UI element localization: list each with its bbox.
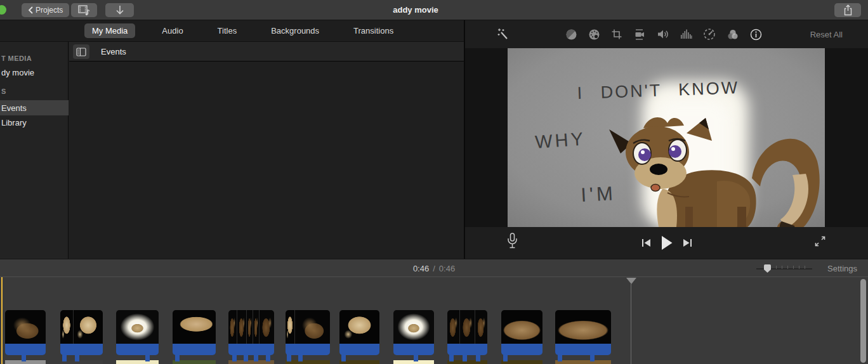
clip-connector-stem (287, 354, 291, 361)
timeline-area[interactable] (0, 277, 868, 364)
clip-connector-stem (75, 354, 79, 361)
zoom-slider-thumb[interactable] (764, 264, 771, 273)
browser-title: Events (101, 42, 126, 62)
clip-thumbnail (460, 310, 475, 344)
clip-connector-stem (62, 354, 67, 361)
enhance-wand-icon[interactable] (497, 27, 510, 40)
tab-transitions[interactable]: Transitions (346, 23, 401, 38)
clip-thumbnail (555, 310, 611, 344)
clip-audio-bar (116, 344, 159, 355)
arrow-down-icon (115, 5, 124, 15)
timeline-toolbar: 0:46 / 0:46 Settings (0, 259, 868, 277)
timeline-row2-clip[interactable] (60, 360, 103, 364)
clip-thumbnail (447, 310, 460, 344)
overlay-text-line3: I'M (581, 182, 617, 206)
clip-audio-bar (555, 344, 611, 355)
timeline-clip-11[interactable] (555, 310, 611, 355)
clip-thumbnail (74, 310, 103, 344)
timeline-clip-2[interactable] (60, 310, 103, 355)
viewer-letterbox: I DON'T KNOW WHY I'M (465, 48, 868, 227)
clip-connector-stem (298, 354, 303, 361)
fullscreen-icon[interactable] (814, 235, 826, 247)
clip-thumbnail (286, 310, 295, 344)
timeline-clip-1[interactable] (5, 310, 46, 355)
sidebar-item-library[interactable]: Library (0, 115, 69, 130)
tab-backgrounds[interactable]: Backgrounds (263, 23, 327, 38)
clip-thumbnail (116, 310, 159, 344)
timeline-zoom-slider[interactable] (756, 259, 813, 278)
timeline-clip-5[interactable] (228, 310, 274, 355)
timeline-clip-8[interactable] (393, 310, 434, 355)
viewer-controls (465, 227, 868, 259)
top-toolbar: addy movie Projects (0, 0, 868, 20)
tab-audio[interactable]: Audio (154, 23, 190, 38)
clip-thumbnail (173, 310, 216, 344)
noise-reduction-icon[interactable] (680, 29, 692, 40)
total-duration: 0:46 (439, 264, 455, 273)
color-balance-icon[interactable] (565, 29, 577, 41)
sidebar-item-events[interactable]: Events (0, 100, 69, 115)
sidebar-item-dy-movie[interactable]: dy movie (0, 65, 69, 80)
timeline-row2-clip[interactable] (116, 360, 159, 364)
viewer-pane: Reset All (465, 20, 868, 259)
import-button[interactable] (105, 3, 134, 17)
speed-icon[interactable] (703, 28, 716, 41)
skip-forward-button[interactable] (683, 238, 692, 247)
media-browser-button[interactable] (71, 3, 97, 17)
zoom-slider-ticks (770, 266, 805, 269)
clip-thumbnail (5, 310, 46, 344)
skip-back-button[interactable] (641, 238, 651, 247)
clip-connector-stem (590, 354, 595, 361)
clip-connector-stem (232, 354, 237, 361)
viewer-adjust-toolbar: Reset All (465, 20, 868, 48)
tab-titles[interactable]: Titles (210, 23, 245, 38)
share-button[interactable] (834, 3, 861, 17)
sidebar-item-s: S (0, 84, 69, 99)
timeline-scrollbar[interactable] (860, 279, 866, 363)
clip-thumbnail (260, 310, 274, 344)
clip-thumbnail (253, 310, 260, 344)
clip-connector-stem (341, 354, 346, 361)
clip-connector-stem (145, 354, 150, 361)
projects-back-button[interactable]: Projects (22, 3, 69, 17)
clip-connector-stem (414, 354, 418, 361)
timeline-clip-9[interactable] (447, 310, 487, 355)
tab-my-media[interactable]: My Media (84, 23, 135, 38)
events-browser-header: Events (69, 42, 464, 62)
clip-connector-stem (463, 354, 467, 361)
clip-thumbnail (228, 310, 237, 344)
clip-connector-stem (449, 354, 454, 361)
timeline-clip-7[interactable] (339, 310, 379, 355)
stabilization-icon[interactable] (633, 29, 646, 41)
imovie-window: addy movie Projects (0, 0, 868, 364)
timeline-clip-6[interactable] (286, 310, 330, 355)
timeline-end-marker-triangle (626, 278, 636, 284)
settings-button[interactable]: Settings (827, 259, 857, 278)
timeline-row2-clip[interactable] (286, 360, 330, 364)
play-button[interactable] (661, 236, 673, 250)
clip-connector-stem (503, 354, 508, 361)
sidebar-toggle-button[interactable] (73, 44, 89, 59)
timeline-clip-3[interactable] (116, 310, 159, 355)
timeline-clip-4[interactable] (173, 310, 216, 355)
timeline-end-marker (631, 283, 631, 364)
timeline-clip-10[interactable] (501, 310, 542, 355)
volume-icon[interactable] (657, 29, 669, 40)
share-icon (843, 4, 853, 16)
color-filters-icon[interactable] (727, 29, 739, 41)
clip-connector-stem (22, 354, 26, 361)
timeline-row2-clip[interactable] (555, 360, 611, 364)
clip-thumbnail (501, 310, 542, 344)
elapsed-time: 0:46 (413, 264, 429, 273)
playhead[interactable] (1, 277, 3, 364)
info-icon[interactable] (750, 29, 762, 41)
video-preview[interactable]: I DON'T KNOW WHY I'M (508, 48, 825, 227)
reset-all-button[interactable]: Reset All (810, 20, 843, 48)
clip-thumbnail (237, 310, 246, 344)
events-browser-empty-area[interactable] (69, 62, 464, 259)
clip-thumbnail (60, 310, 74, 344)
clip-connector-stem (476, 354, 480, 361)
sidebar-item-t-media: T MEDIA (0, 51, 69, 66)
crop-icon[interactable] (611, 29, 622, 40)
color-correction-icon[interactable] (588, 29, 600, 41)
